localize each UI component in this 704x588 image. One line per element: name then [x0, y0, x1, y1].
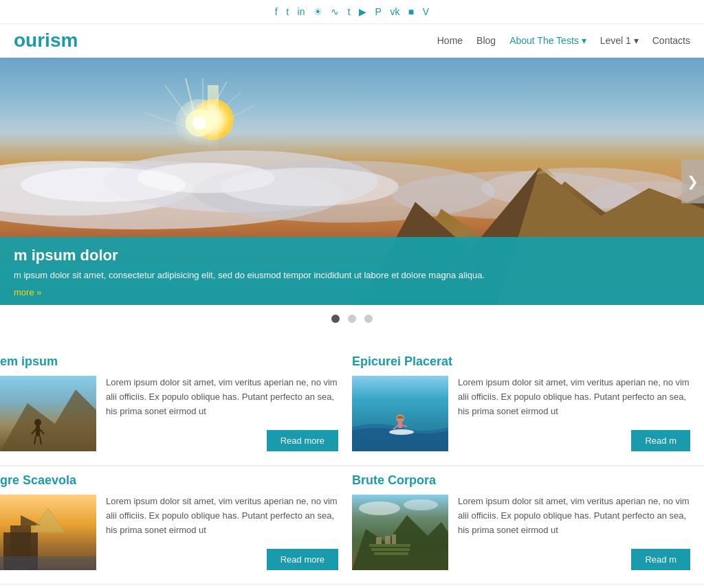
post-item: gre Scaevola	[0, 466, 352, 585]
thumbnail-svg	[0, 376, 96, 451]
social-youtube[interactable]: ▶	[359, 6, 366, 17]
read-more-button[interactable]: Read m	[631, 549, 690, 570]
nav-about-tests[interactable]: About The Tests ▾	[509, 35, 586, 46]
post-title: em ipsum	[0, 354, 338, 369]
svg-rect-51	[374, 552, 408, 555]
thumbnail-svg	[352, 495, 448, 570]
post-thumbnail	[0, 376, 96, 451]
social-bar: f t in ☀ ∿ t ▶ P vk ■ V	[0, 0, 704, 24]
svg-point-55	[359, 501, 400, 515]
slider-dots	[0, 305, 704, 334]
thumbnail-svg	[0, 495, 96, 570]
post-body: Lorem ipsum dolor sit amet, vim veritus …	[458, 376, 690, 423]
post-body: Lorem ipsum dolor sit amet, vim veritus …	[458, 495, 690, 542]
post-thumbnail	[352, 495, 448, 570]
slider-dot-3[interactable]	[364, 315, 373, 323]
slider-read-more[interactable]: more »	[14, 287, 41, 297]
post-text-wrap: Lorem ipsum dolor sit amet, vim veritus …	[106, 376, 338, 451]
svg-point-9	[192, 116, 206, 130]
post-inner: Lorem ipsum dolor sit amet, vim veritus …	[0, 376, 338, 451]
svg-point-26	[34, 419, 41, 426]
post-title: gre Scaevola	[0, 473, 338, 488]
read-more-button[interactable]: Read m	[631, 430, 690, 451]
posts-grid: em ipsum	[0, 348, 704, 585]
slider-next-button[interactable]: ❯	[681, 159, 704, 203]
post-title: Brute Corpora	[352, 473, 690, 488]
post-inner: Lorem ipsum dolor sit amet, vim veritus …	[352, 376, 690, 451]
slider-dot-2[interactable]	[348, 315, 356, 323]
social-vk[interactable]: vk	[390, 6, 399, 17]
chevron-down-icon: ▾	[582, 35, 586, 46]
read-more-button[interactable]: Read more	[267, 549, 338, 570]
chevron-down-icon: ▾	[634, 35, 639, 46]
post-item: Epicurei Placerat	[352, 348, 704, 466]
post-title: Epicurei Placerat	[352, 354, 690, 369]
post-inner: Lorem ipsum dolor sit amet, vim veritus …	[0, 495, 338, 570]
post-text-wrap: Lorem ipsum dolor sit amet, vim veritus …	[458, 376, 690, 451]
social-tumblr[interactable]: t	[348, 6, 351, 17]
read-more-button[interactable]: Read more	[267, 430, 338, 451]
thumbnail-svg	[352, 376, 448, 451]
social-linkedin[interactable]: in	[298, 6, 305, 17]
content-area: em ipsum	[0, 334, 704, 588]
navbar: ourism Home Blog About The Tests ▾ Level…	[0, 24, 704, 58]
post-inner: Lorem ipsum dolor sit amet, vim veritus …	[352, 495, 690, 570]
slider-title: m ipsum dolor	[14, 247, 690, 264]
svg-rect-53	[385, 536, 390, 544]
social-twitter[interactable]: t	[286, 6, 289, 17]
slider-caption: m ipsum dolor m ipsum dolor sit amet, co…	[0, 237, 704, 306]
post-text-wrap: Lorem ipsum dolor sit amet, vim veritus …	[106, 495, 338, 570]
social-pinterest[interactable]: P	[375, 6, 382, 17]
svg-rect-49	[369, 544, 410, 547]
nav-level1[interactable]: Level 1 ▾	[600, 35, 639, 46]
svg-rect-54	[392, 534, 396, 544]
slider-description: m ipsum dolor sit amet, consectetur adip…	[14, 269, 690, 282]
social-vine[interactable]: V	[423, 6, 429, 17]
slider-dot-1[interactable]	[331, 315, 340, 323]
nav-menu: Home Blog About The Tests ▾ Level 1 ▾ Co…	[437, 34, 690, 47]
post-thumbnail	[352, 376, 448, 451]
nav-contacts[interactable]: Contacts	[652, 35, 690, 46]
nav-home[interactable]: Home	[437, 35, 463, 46]
svg-point-37	[389, 429, 414, 435]
post-item: em ipsum	[0, 348, 352, 466]
svg-rect-46	[0, 556, 96, 570]
social-rss[interactable]: ∿	[331, 6, 339, 17]
post-item: Brute Corpora	[352, 466, 704, 585]
svg-rect-52	[376, 537, 382, 544]
post-body: Lorem ipsum dolor sit amet, vim veritus …	[106, 495, 338, 542]
social-instagram[interactable]: ☀	[314, 6, 322, 17]
nav-blog[interactable]: Blog	[476, 35, 496, 46]
post-thumbnail	[0, 495, 96, 570]
svg-rect-34	[398, 422, 402, 428]
social-facebook[interactable]: f	[275, 6, 278, 17]
svg-point-56	[404, 499, 438, 510]
social-square[interactable]: ■	[408, 6, 414, 17]
svg-rect-27	[36, 426, 40, 436]
post-text-wrap: Lorem ipsum dolor sit amet, vim veritus …	[458, 495, 690, 570]
hero-slider: m ipsum dolor m ipsum dolor sit amet, co…	[0, 58, 704, 305]
svg-rect-50	[371, 548, 410, 551]
site-logo: ourism	[14, 30, 78, 52]
post-body: Lorem ipsum dolor sit amet, vim veritus …	[106, 376, 338, 423]
